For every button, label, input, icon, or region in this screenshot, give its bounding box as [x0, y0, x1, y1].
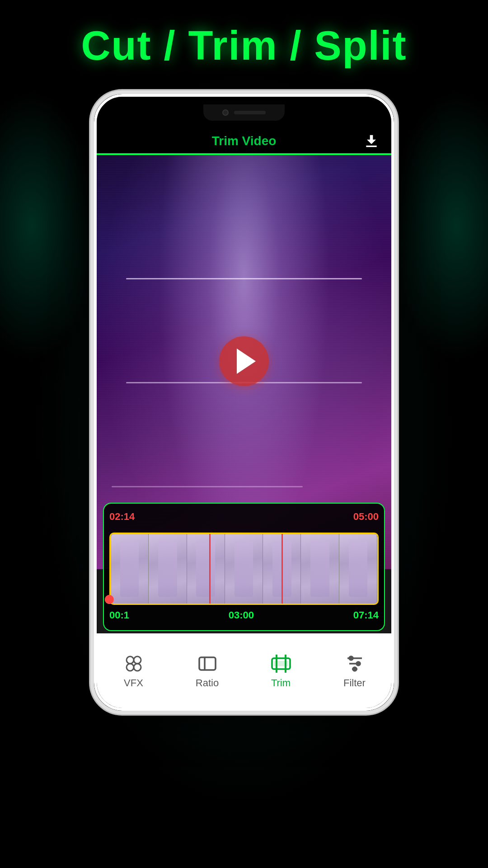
page-title: Cut / Trim / Split	[0, 23, 488, 69]
svg-point-13	[349, 656, 353, 660]
trim-icon	[270, 653, 292, 675]
filmstrip[interactable]	[109, 533, 379, 605]
timeline-center: 03:00	[229, 609, 254, 621]
film-frame-2	[149, 534, 187, 604]
svg-point-14	[357, 662, 360, 665]
bottom-nav: VFX Ratio Trim	[97, 633, 391, 708]
nav-label-ratio: Ratio	[196, 677, 219, 689]
timeline-container: 02:14 05:00 00:1 03:00 0	[103, 503, 385, 631]
film-frame-4	[225, 534, 263, 604]
svg-rect-9	[274, 661, 288, 666]
speaker-bar	[234, 111, 266, 114]
film-frame-3	[187, 534, 225, 604]
filter-icon	[344, 653, 366, 675]
vfx-icon	[123, 653, 145, 675]
phone-frame: Trim Video	[90, 90, 398, 714]
notch-bar	[97, 97, 391, 128]
svg-point-0	[127, 656, 134, 664]
time-marker-left: 02:14	[109, 511, 135, 529]
film-frame-7	[339, 534, 377, 604]
scan-line-3	[112, 486, 303, 487]
scan-line-1	[126, 278, 362, 279]
green-bar	[97, 153, 391, 155]
svg-point-15	[353, 667, 357, 671]
svg-point-2	[127, 664, 134, 671]
app-title: Trim Video	[97, 134, 391, 148]
timeline-start: 00:1	[109, 609, 129, 621]
ratio-icon	[197, 653, 218, 675]
phone-inner: Trim Video	[94, 94, 394, 711]
app-header: Trim Video	[97, 128, 391, 153]
play-button[interactable]	[219, 336, 269, 386]
svg-point-3	[134, 664, 141, 671]
nav-item-filter[interactable]: Filter	[318, 653, 391, 689]
nav-label-trim: Trim	[271, 677, 291, 689]
svg-rect-4	[199, 657, 216, 670]
nav-item-vfx[interactable]: VFX	[97, 653, 170, 689]
notch	[203, 104, 285, 121]
time-marker-right: 05:00	[353, 511, 379, 529]
trim-line-right[interactable]	[282, 533, 283, 605]
camera-icon	[222, 109, 229, 116]
film-frame-6	[301, 534, 339, 604]
trim-handle-right[interactable]	[105, 595, 114, 604]
film-frame-1	[111, 534, 149, 604]
timeline-markers: 02:14 05:00	[109, 511, 379, 529]
download-icon	[362, 130, 380, 152]
play-icon	[237, 349, 256, 374]
download-button[interactable]	[362, 132, 380, 150]
timeline-end: 07:14	[353, 609, 379, 621]
nav-item-ratio[interactable]: Ratio	[170, 653, 244, 689]
trim-line-left[interactable]	[209, 533, 211, 605]
timeline-labels: 00:1 03:00 07:14	[109, 609, 379, 621]
nav-label-vfx: VFX	[124, 677, 143, 689]
nav-item-trim[interactable]: Trim	[244, 653, 318, 689]
nav-label-filter: Filter	[343, 677, 366, 689]
svg-point-1	[134, 656, 141, 664]
